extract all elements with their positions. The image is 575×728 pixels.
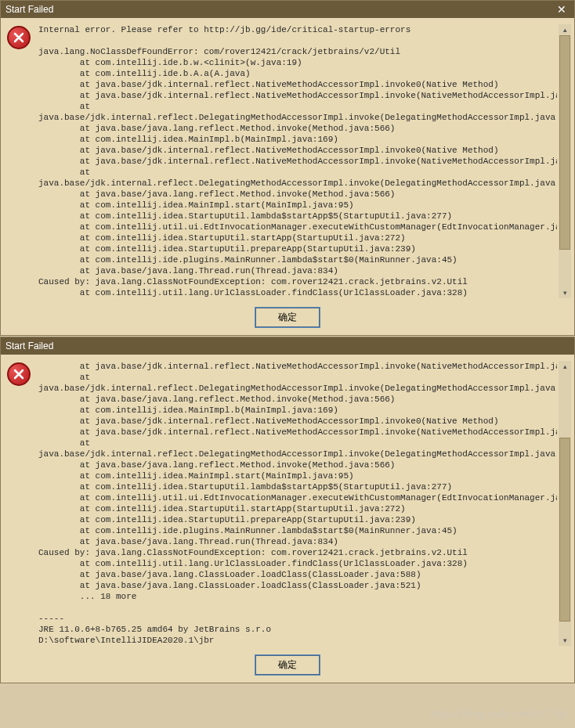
titlebar[interactable]: Start Failed ✕	[1, 1, 574, 18]
error-dialog-1: Start Failed ✕ Internal error. Please re…	[0, 0, 575, 336]
stack-trace: at java.base/jdk.internal.reflect.Native…	[38, 361, 557, 646]
titlebar[interactable]: Start Failed	[1, 337, 574, 355]
scrollbar[interactable]: ▴ ▾	[559, 361, 571, 646]
dialog-title: Start Failed	[5, 341, 53, 351]
error-icon	[7, 26, 31, 49]
button-row: 确定	[1, 649, 574, 683]
error-icon	[7, 362, 31, 386]
error-dialog-2: Start Failed at java.base/jdk.internal.r…	[0, 337, 575, 683]
scroll-thumb[interactable]	[559, 35, 570, 250]
ok-button[interactable]: 确定	[255, 655, 320, 675]
scroll-up-icon[interactable]: ▴	[559, 361, 571, 372]
dialog-title: Start Failed	[5, 4, 53, 15]
dialog-body: Internal error. Please refer to http://j…	[1, 18, 574, 301]
scroll-up-icon[interactable]: ▴	[559, 24, 571, 35]
dialog-body: at java.base/jdk.internal.reflect.Native…	[1, 355, 574, 649]
scroll-thumb[interactable]	[559, 438, 570, 622]
scroll-down-icon[interactable]: ▾	[559, 635, 571, 646]
error-content: Internal error. Please refer to http://j…	[38, 24, 557, 298]
error-content: at java.base/jdk.internal.reflect.Native…	[38, 361, 557, 646]
scroll-track[interactable]	[559, 35, 571, 287]
watermark: https://blog.csdn.net/dz77dz	[431, 708, 567, 720]
scrollbar[interactable]: ▴ ▾	[559, 24, 571, 298]
close-icon[interactable]: ✕	[554, 3, 570, 16]
scroll-down-icon[interactable]: ▾	[559, 287, 571, 298]
scroll-track[interactable]	[559, 372, 571, 635]
icon-column	[7, 24, 38, 298]
stack-trace: Internal error. Please refer to http://j…	[38, 24, 557, 298]
button-row: 确定	[1, 301, 574, 335]
icon-column	[7, 361, 38, 646]
ok-button[interactable]: 确定	[255, 308, 320, 327]
